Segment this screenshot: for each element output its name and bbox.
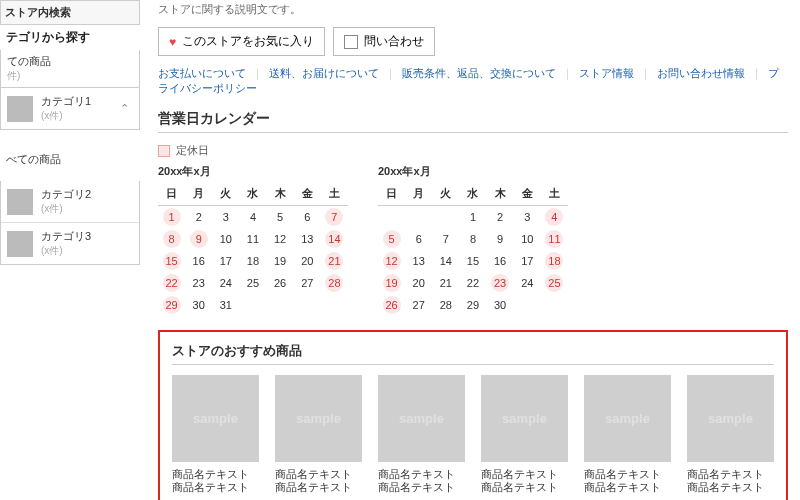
sidebar-item-cat1[interactable]: カテゴリ1 (x件) ⌃	[1, 88, 139, 129]
sidebar-item-label: カテゴリ1	[41, 94, 116, 109]
product-thumb: sample	[275, 375, 362, 462]
info-link[interactable]: ストア情報	[573, 67, 640, 79]
calendar-day: 13	[294, 228, 321, 250]
calendar-day: 9	[487, 228, 514, 250]
contact-button[interactable]: 問い合わせ	[333, 27, 435, 56]
product-thumb: sample	[378, 375, 465, 462]
calendar-day: 20	[294, 250, 321, 272]
calendar-month-title: 20xx年x月	[378, 164, 568, 179]
calendar-day	[514, 294, 541, 316]
calendar-day: 31	[212, 294, 239, 316]
sidebar: ストア内検索 テゴリから探す ての商品 件) カテゴリ1 (x件) ⌃ べての商…	[0, 0, 140, 500]
calendar-day: 18	[239, 250, 266, 272]
calendar-day: 27	[294, 272, 321, 294]
product-card[interactable]: sample商品名テキスト商品名テキストx,xxx円	[584, 375, 671, 501]
info-link[interactable]: 販売条件、返品、交換について	[396, 67, 562, 79]
calendar-day: 4	[239, 205, 266, 228]
calendar-dow: 水	[239, 183, 266, 205]
calendar-day: 4	[541, 205, 568, 228]
calendar-day: 2	[185, 205, 212, 228]
calendar-dow: 木	[267, 183, 294, 205]
category-list-1: カテゴリ1 (x件) ⌃	[0, 88, 140, 130]
calendar-day: 25	[239, 272, 266, 294]
calendar-day	[294, 294, 321, 316]
calendar-dow: 金	[294, 183, 321, 205]
recommended-box: ストアのおすすめ商品 sample商品名テキスト商品名テキストx,xxx円sam…	[158, 330, 788, 501]
calendar-day: 11	[541, 228, 568, 250]
calendar-day: 22	[459, 272, 486, 294]
calendar-day: 15	[459, 250, 486, 272]
calendar-day: 26	[378, 294, 405, 316]
calendar-day	[541, 294, 568, 316]
product-name: 商品名テキスト商品名テキスト	[687, 468, 774, 495]
legend-label: 定休日	[176, 143, 209, 158]
item-count: (x件)	[41, 109, 116, 123]
calendar-day: 28	[321, 272, 348, 294]
category-thumb-icon	[7, 189, 33, 215]
calendar-legend: 定休日	[158, 143, 209, 158]
calendar-day: 16	[487, 250, 514, 272]
sidebar-item-label: カテゴリ3	[41, 229, 133, 244]
calendar-day: 17	[212, 250, 239, 272]
sidebar-item-all[interactable]: ての商品 件)	[0, 50, 140, 88]
calendar-day: 28	[432, 294, 459, 316]
calendar-day: 20	[405, 272, 432, 294]
product-card[interactable]: sample商品名テキスト商品名テキストx,xxx円	[172, 375, 259, 501]
calendar: 20xx年x月日月火水木金土12345678910111213141516171…	[158, 164, 348, 316]
calendar-month-title: 20xx年x月	[158, 164, 348, 179]
heart-icon: ♥	[169, 35, 176, 49]
recommended-title: ストアのおすすめ商品	[172, 342, 774, 365]
product-card[interactable]: sample商品名テキスト商品名テキストx,xxx円	[481, 375, 568, 501]
info-link[interactable]: お支払いについて	[158, 67, 252, 79]
calendar-day: 24	[212, 272, 239, 294]
calendar-day: 19	[378, 272, 405, 294]
product-name: 商品名テキスト商品名テキスト	[584, 468, 671, 495]
chevron-up-icon[interactable]: ⌃	[116, 102, 133, 115]
calendar-dow: 月	[185, 183, 212, 205]
calendar-day: 12	[378, 250, 405, 272]
item-count: 件)	[7, 69, 133, 83]
contact-icon	[344, 35, 358, 49]
item-count: (x件)	[41, 244, 133, 258]
info-link[interactable]: 送料、お届けについて	[263, 67, 385, 79]
sidebar-item-all-2[interactable]: べての商品	[0, 144, 140, 181]
sidebar-item-label: カテゴリ2	[41, 187, 133, 202]
sidebar-item-cat3[interactable]: カテゴリ3 (x件)	[1, 222, 139, 264]
sidebar-item-cat2[interactable]: カテゴリ2 (x件)	[1, 181, 139, 222]
calendar-day: 1	[158, 205, 185, 228]
product-card[interactable]: sample商品名テキスト商品名テキストx,xxx円	[275, 375, 362, 501]
calendar-day	[405, 205, 432, 228]
calendar-day: 15	[158, 250, 185, 272]
sidebar-item-label: ての商品	[7, 54, 133, 69]
calendar-day: 14	[321, 228, 348, 250]
calendar-day: 13	[405, 250, 432, 272]
calendar-day	[267, 294, 294, 316]
calendar-day: 29	[459, 294, 486, 316]
calendar-day: 14	[432, 250, 459, 272]
calendar-day: 8	[459, 228, 486, 250]
calendar-day: 6	[294, 205, 321, 228]
browse-categories-title: テゴリから探す	[0, 25, 140, 50]
calendar-day: 8	[158, 228, 185, 250]
product-thumb: sample	[481, 375, 568, 462]
calendar-day: 16	[185, 250, 212, 272]
calendar-day: 26	[267, 272, 294, 294]
calendar-dow: 火	[432, 183, 459, 205]
category-thumb-icon	[7, 96, 33, 122]
calendar-day: 30	[185, 294, 212, 316]
calendar-day: 17	[514, 250, 541, 272]
info-link[interactable]: お問い合わせ情報	[651, 67, 751, 79]
product-thumb: sample	[584, 375, 671, 462]
calendar-day: 21	[321, 250, 348, 272]
calendar-day: 23	[185, 272, 212, 294]
product-card[interactable]: sample商品名テキスト商品名テキストx,xxx円	[378, 375, 465, 501]
product-card[interactable]: sample商品名テキスト商品名テキストx,xxx円	[687, 375, 774, 501]
calendar-dow: 日	[378, 183, 405, 205]
main-content: ストアに関する説明文です。 ♥ このストアをお気に入り 問い合わせ お支払いにつ…	[140, 0, 800, 500]
calendar-day: 2	[487, 205, 514, 228]
product-name: 商品名テキスト商品名テキスト	[481, 468, 568, 495]
calendar-day: 10	[212, 228, 239, 250]
favorite-store-button[interactable]: ♥ このストアをお気に入り	[158, 27, 325, 56]
calendar-dow: 月	[405, 183, 432, 205]
calendar-day: 3	[514, 205, 541, 228]
